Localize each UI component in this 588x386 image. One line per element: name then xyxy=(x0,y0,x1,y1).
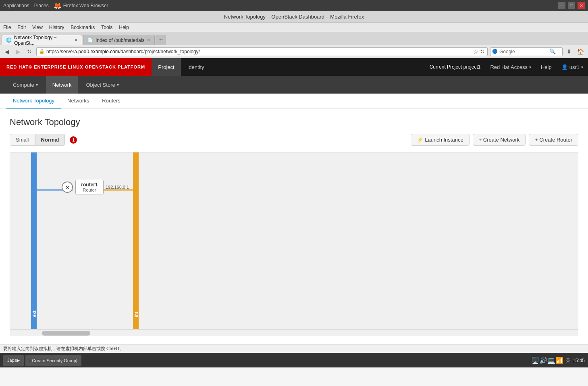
router-icon: ✕ xyxy=(62,182,73,193)
ext-network-bar xyxy=(31,152,37,329)
tab-network-topology[interactable]: 🌐 Network Topology – OpenSt... ✕ xyxy=(2,35,82,45)
tab-networks[interactable]: Networks xyxy=(61,94,96,108)
menu-history[interactable]: History xyxy=(49,25,64,30)
subnav-compute[interactable]: Compute ▾ xyxy=(6,76,44,94)
os-subnav: Compute ▾ Network Object Store ▾ xyxy=(0,76,588,94)
user-caret: ▾ xyxy=(581,65,583,69)
page-title: Network Topology xyxy=(10,117,578,127)
nav-help[interactable]: Help xyxy=(536,58,557,76)
taskbar-clock: 15:45 xyxy=(573,358,585,363)
action-buttons: ⚡ Launch Instance + Create Network + Cre… xyxy=(411,134,578,146)
router-box: router1 Router 192.168.0.1 xyxy=(75,180,104,194)
close-button[interactable]: ✕ xyxy=(578,2,585,9)
topology-canvas: ext int ✕ router1 Router 192.168.0.1 xyxy=(10,152,578,330)
taskbar-item-security[interactable]: [ Create Security Group] xyxy=(25,355,81,366)
taskbar-right: 🖥️🔊💻📶 英 15:45 xyxy=(531,357,585,364)
taskbar: Japs▶ [ Create Security Group] 🖥️🔊💻📶 英 1… xyxy=(0,353,588,367)
menu-view[interactable]: View xyxy=(32,25,43,30)
normal-view-button[interactable]: Normal xyxy=(35,134,65,146)
topology-scrollbar[interactable] xyxy=(10,330,578,336)
address-input[interactable]: 🔒 https://servera.pod0.example.com/dashb… xyxy=(36,47,488,56)
browser-title-bar: Network Topology – OpenStack Dashboard –… xyxy=(0,11,588,23)
search-input[interactable] xyxy=(499,49,548,54)
os-brand: RED HAT® ENTERPRISE LINUX OPENSTACK PLAT… xyxy=(0,58,152,76)
forward-button[interactable]: ▶ xyxy=(14,47,23,56)
address-refresh-icon[interactable]: ↻ xyxy=(480,48,485,55)
scrollbar-thumb xyxy=(42,331,90,336)
ext-network-label: ext xyxy=(32,311,37,317)
small-view-button[interactable]: Small xyxy=(10,134,35,146)
maximize-button[interactable]: □ xyxy=(568,2,575,9)
taskbar-item-japs[interactable]: Japs▶ xyxy=(3,355,24,366)
lock-icon: 🔒 xyxy=(39,49,45,54)
topology-svg xyxy=(10,152,578,329)
search-engine-button[interactable]: 🔵 xyxy=(492,49,498,54)
menu-edit[interactable]: Edit xyxy=(17,25,26,30)
taskbar-icons: 🖥️🔊💻📶 xyxy=(531,357,563,364)
topology-toolbar: Small Normal 1 ⚡ Launch Instance + Creat… xyxy=(10,134,578,146)
menu-bookmarks[interactable]: Bookmarks xyxy=(71,25,95,30)
browser-label: 🦊 Firefox Web Browser xyxy=(54,2,108,10)
tab-close-1[interactable]: ✕ xyxy=(147,38,150,43)
launch-instance-button[interactable]: ⚡ Launch Instance xyxy=(411,134,469,146)
openstack-navbar: RED HAT® ENTERPRISE LINUX OPENSTACK PLAT… xyxy=(0,58,588,76)
view-buttons: Small Normal xyxy=(10,134,65,146)
os-titlebar: Applications Places 🦊 Firefox Web Browse… xyxy=(0,0,588,11)
nav-red-hat-access[interactable]: Red Hat Access ▾ xyxy=(485,58,536,76)
red-hat-access-caret: ▾ xyxy=(529,65,531,69)
status-bar: 要将输入定向到该虚拟机，请在虚拟机内部单击或按 Ctrl+G。 xyxy=(0,344,588,353)
back-button[interactable]: ◀ xyxy=(2,47,11,56)
int-network-bar xyxy=(133,152,139,329)
new-tab-button[interactable]: + xyxy=(156,35,166,45)
router-node[interactable]: ✕ router1 Router 192.168.0.1 xyxy=(67,180,104,194)
subnav-object-store[interactable]: Object Store ▾ xyxy=(79,76,125,94)
brand-text: RED HAT® ENTERPRISE LINUX OPENSTACK PLAT… xyxy=(6,65,145,69)
home-button[interactable]: 🏠 xyxy=(576,48,586,55)
tab-routers[interactable]: Routers xyxy=(96,94,127,108)
launch-icon: ⚡ xyxy=(417,137,423,143)
os-nav-links: Project Identity xyxy=(152,58,210,76)
nav-project[interactable]: Project xyxy=(152,58,181,76)
places-menu[interactable]: Places xyxy=(34,3,49,8)
status-message: 要将输入定向到该虚拟机，请在虚拟机内部单击或按 Ctrl+G。 xyxy=(3,346,124,352)
window-title: Network Topology – OpenStack Dashboard –… xyxy=(224,14,364,20)
tab-close-0[interactable]: ✕ xyxy=(74,38,78,43)
object-store-caret: ▾ xyxy=(117,83,119,87)
router-type: Router xyxy=(80,188,99,192)
menu-tools[interactable]: Tools xyxy=(101,25,112,30)
page-tabs: Network Topology Networks Routers xyxy=(0,94,588,109)
tab-index[interactable]: 📄 Index of /pub/materials ✕ xyxy=(83,35,155,45)
nav-user[interactable]: 👤 usr1 ▾ xyxy=(557,58,588,76)
subnav-network[interactable]: Network xyxy=(46,76,78,94)
router-ip: 192.168.0.1 xyxy=(106,185,129,190)
os-navbar-right: Current Project project1 Red Hat Access … xyxy=(425,58,588,76)
taskbar-lang: 英 xyxy=(566,357,570,363)
bookmark-star-icon[interactable]: ☆ xyxy=(473,48,478,55)
content-area: Network Topology Small Normal 1 ⚡ Launch… xyxy=(0,109,588,344)
address-bar: ◀ ▶ ↻ 🔒 https://servera.pod0.example.com… xyxy=(0,45,588,58)
search-bar: 🔵 🔍 xyxy=(490,47,563,56)
reload-button[interactable]: ↻ xyxy=(25,47,34,56)
search-go-button[interactable]: 🔍 xyxy=(549,48,556,54)
compute-caret: ▾ xyxy=(36,83,38,87)
menu-help[interactable]: Help xyxy=(119,25,129,30)
minimize-button[interactable]: ─ xyxy=(558,2,565,9)
user-icon: 👤 xyxy=(561,64,568,70)
current-project-label: Current Project project1 xyxy=(425,64,486,70)
router-name: router1 xyxy=(80,182,99,188)
create-network-button[interactable]: + Create Network xyxy=(473,134,526,146)
tab-network-topology-page[interactable]: Network Topology xyxy=(6,94,61,108)
int-network-label: int xyxy=(134,312,139,317)
downloads-button[interactable]: ⬇ xyxy=(565,48,573,55)
menu-file[interactable]: File xyxy=(3,25,11,30)
applications-menu[interactable]: Applications xyxy=(3,3,29,8)
browser-menu-bar: File Edit View History Bookmarks Tools H… xyxy=(0,23,588,32)
create-router-button[interactable]: + Create Router xyxy=(529,134,578,146)
address-text: https://servera.pod0.example.com/dashboa… xyxy=(46,49,472,54)
nav-identity[interactable]: Identity xyxy=(181,58,211,76)
notification-badge: 1 xyxy=(70,136,77,144)
browser-tabs: 🌐 Network Topology – OpenSt... ✕ 📄 Index… xyxy=(0,32,588,45)
